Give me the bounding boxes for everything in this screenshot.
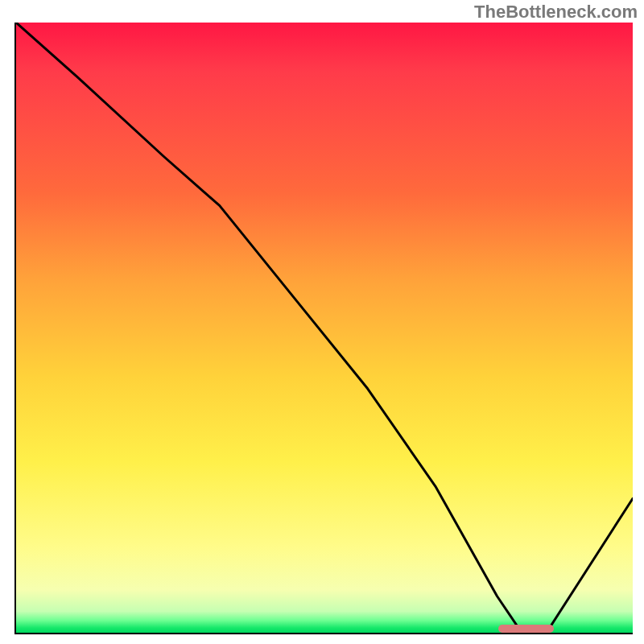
plot-area xyxy=(14,23,633,634)
chart-wrapper: TheBottleneck.com xyxy=(0,0,644,644)
bottleneck-curve xyxy=(16,23,633,633)
watermark-text: TheBottleneck.com xyxy=(474,2,638,23)
optimal-zone-marker xyxy=(498,625,554,633)
